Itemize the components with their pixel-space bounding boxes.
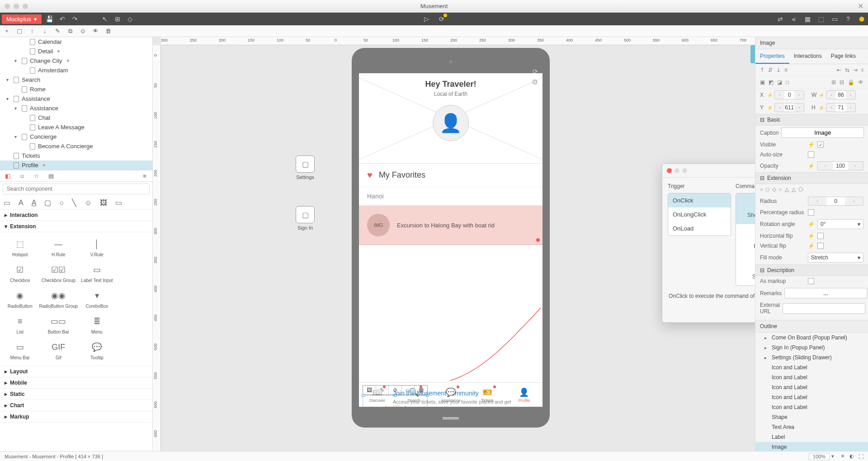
floating-sign-in[interactable]: ▢Sign In bbox=[296, 206, 315, 230]
component-combobox[interactable]: ▾ComboBox bbox=[80, 287, 114, 311]
component-button-bar[interactable]: ▭▭Button Bar bbox=[38, 312, 79, 337]
excursion-row[interactable]: IMG Excursion to Halong Bay with boat ri… bbox=[359, 206, 542, 245]
screen-icon[interactable]: ▭ bbox=[830, 14, 839, 24]
component-radiobutton-group[interactable]: ◉◉RadioButton Group bbox=[38, 287, 79, 311]
url-input[interactable] bbox=[783, 303, 865, 314]
remarks-input[interactable] bbox=[784, 288, 867, 298]
cursor-icon[interactable]: ↖ bbox=[100, 14, 109, 24]
outline-item[interactable]: ▸Sign In (Popup Panel) bbox=[755, 343, 868, 353]
folder-icon[interactable]: ▢ bbox=[15, 27, 24, 35]
share-icon[interactable]: ⪪ bbox=[789, 14, 798, 24]
tree-item[interactable]: Calendar bbox=[0, 37, 152, 47]
section-description[interactable]: ⊟Description bbox=[755, 264, 868, 276]
contrast-icon[interactable]: ◐ bbox=[849, 453, 854, 459]
tab-profile[interactable]: 👤Profile bbox=[506, 383, 542, 407]
tree-item[interactable]: Profile bbox=[0, 160, 152, 170]
outline-item[interactable]: Icon and Label bbox=[755, 372, 868, 382]
component-hotspot[interactable]: ⬚Hotspot bbox=[3, 235, 37, 260]
help-icon[interactable]: ? bbox=[844, 14, 853, 24]
flow-icon[interactable]: ⇄ bbox=[776, 14, 785, 24]
tab-discover[interactable]: 📖Discover bbox=[359, 383, 396, 407]
rotation-select[interactable]: 0°▾ bbox=[817, 219, 863, 229]
grid-icon[interactable]: ⊞ bbox=[113, 14, 122, 24]
tree-item[interactable]: ▾Change City bbox=[0, 56, 152, 66]
canvas-grip[interactable] bbox=[750, 45, 755, 63]
outline-item[interactable]: ▸Come On Board (Popup Panel) bbox=[755, 333, 868, 343]
command-show-hide[interactable]: 👁Show / Hide bbox=[736, 193, 755, 224]
arrange-toolbar[interactable]: ▣◩◪□ ⊞⊟🔒👁 bbox=[755, 76, 868, 89]
tree-item[interactable]: Become A Concierge bbox=[0, 141, 152, 151]
outline-item[interactable]: ▸Settings (Sliding Drawer) bbox=[755, 353, 868, 362]
tree-item[interactable]: ▾Assistance bbox=[0, 94, 152, 103]
markup-checkbox[interactable] bbox=[808, 278, 814, 284]
shape-toolbar[interactable]: ▭ A A ▢ ○ ╲ ☺ 🖼 ▭ bbox=[0, 196, 152, 210]
pradius-checkbox[interactable] bbox=[808, 209, 814, 216]
component-checkbox[interactable]: ☑Checkbox bbox=[3, 261, 37, 286]
outline-item[interactable]: Icon and Label bbox=[755, 382, 868, 392]
component-h.rule[interactable]: —H.Rule bbox=[38, 235, 79, 260]
command-grid[interactable]: 👁Show / Hide→Move⤢Zoom⬚Resize⟳Rotate🎨Set… bbox=[736, 193, 755, 286]
section-layout[interactable]: ▸Layout bbox=[0, 366, 152, 377]
fullscreen-icon[interactable]: ⛶ bbox=[859, 454, 863, 459]
opacity-input[interactable]: ‹100› bbox=[817, 161, 863, 170]
outline-item[interactable]: Icon and Label bbox=[755, 362, 868, 372]
section-interaction[interactable]: ▸Interaction bbox=[0, 210, 152, 221]
favorites-row[interactable]: ♥ My Favorites bbox=[359, 164, 542, 187]
trigger-onclick[interactable]: OnClick bbox=[668, 193, 731, 207]
sync-icon[interactable]: ⟳ bbox=[437, 14, 446, 24]
tab-page-links[interactable]: Page links bbox=[826, 49, 860, 64]
page-tree[interactable]: CalendarDetail▾Change CityAmsterdam▾Sear… bbox=[0, 37, 152, 170]
x-input[interactable]: ‹0› bbox=[774, 90, 804, 99]
outline-item[interactable]: Image bbox=[755, 442, 868, 451]
component-tooltip[interactable]: 💬Tooltip bbox=[80, 338, 114, 363]
add-icon[interactable]: + bbox=[3, 27, 11, 35]
shape-icon[interactable]: ◇ bbox=[126, 14, 135, 24]
export-icon[interactable]: ⬚ bbox=[816, 14, 826, 24]
section-mobile[interactable]: ▸Mobile bbox=[0, 377, 152, 389]
eye-icon[interactable]: 👁 bbox=[91, 27, 99, 35]
city-row[interactable]: Hanoi bbox=[359, 187, 542, 206]
section-extension[interactable]: ▾Extension bbox=[0, 221, 152, 232]
tree-item[interactable]: ▾Assistance bbox=[0, 103, 152, 113]
component-tabs[interactable]: ◧ ☺ ☆ ▤ ≡ bbox=[0, 170, 152, 182]
brightness-icon[interactable]: ☀ bbox=[840, 453, 845, 459]
zoom-value[interactable]: 100% bbox=[809, 453, 830, 460]
tree-item[interactable]: Detail bbox=[0, 47, 152, 56]
redo-icon[interactable]: ↷ bbox=[71, 14, 80, 24]
search-input[interactable] bbox=[3, 183, 150, 194]
section-basic[interactable]: ⊟Basic bbox=[755, 114, 868, 126]
fillmode-select[interactable]: Stretch▾ bbox=[808, 253, 863, 263]
gear-icon[interactable]: ⚙ bbox=[532, 78, 538, 86]
section-extension-props[interactable]: ⊟Extension bbox=[755, 172, 868, 184]
undo-icon[interactable]: ↶ bbox=[58, 14, 67, 24]
tab-assistance[interactable]: 💬Assistance bbox=[432, 383, 469, 407]
component-menu[interactable]: ≣Menu bbox=[80, 312, 114, 337]
tab-properties[interactable]: Properties bbox=[755, 49, 789, 64]
tab-interactions[interactable]: Interactions bbox=[789, 49, 826, 64]
outline-item[interactable]: Shape bbox=[755, 412, 868, 422]
tree-item[interactable]: ▾Search bbox=[0, 75, 152, 85]
tree-item[interactable]: Rome bbox=[0, 85, 152, 94]
outline-item[interactable]: Icon and Label bbox=[755, 402, 868, 412]
copy-icon[interactable]: ⧉ bbox=[66, 27, 74, 35]
trigger-list[interactable]: OnClickOnLongClickOnLoad bbox=[668, 193, 731, 236]
avatar[interactable]: 👤 bbox=[433, 105, 469, 141]
trigger-onload[interactable]: OnLoad bbox=[668, 221, 731, 235]
gift-icon[interactable]: ⬢ bbox=[857, 14, 866, 24]
save-icon[interactable]: 💾 bbox=[45, 14, 54, 24]
component-v.rule[interactable]: │V.Rule bbox=[80, 235, 114, 260]
section-markup[interactable]: ▸Markup bbox=[0, 411, 152, 423]
brand-menu[interactable]: Mockplus▾ bbox=[2, 14, 42, 24]
trash-icon[interactable]: 🗑 bbox=[104, 27, 112, 35]
vflip-checkbox[interactable] bbox=[817, 243, 824, 249]
outline-list[interactable]: ▸Come On Board (Popup Panel)▸Sign In (Po… bbox=[755, 333, 868, 451]
section-chart[interactable]: ▸Chart bbox=[0, 400, 152, 411]
autosize-checkbox[interactable] bbox=[808, 151, 814, 158]
tree-item[interactable]: Chat bbox=[0, 113, 152, 122]
shape-picker[interactable]: ○□◇○△△⬠ bbox=[755, 184, 868, 195]
zoom-dropdown-icon[interactable]: ▾ bbox=[831, 453, 834, 459]
traffic-lights[interactable] bbox=[5, 4, 28, 9]
outline-item[interactable]: Label bbox=[755, 432, 868, 442]
component-radiobutton[interactable]: ◉RadioButton bbox=[3, 287, 37, 311]
tree-item[interactable]: Tickets bbox=[0, 151, 152, 160]
